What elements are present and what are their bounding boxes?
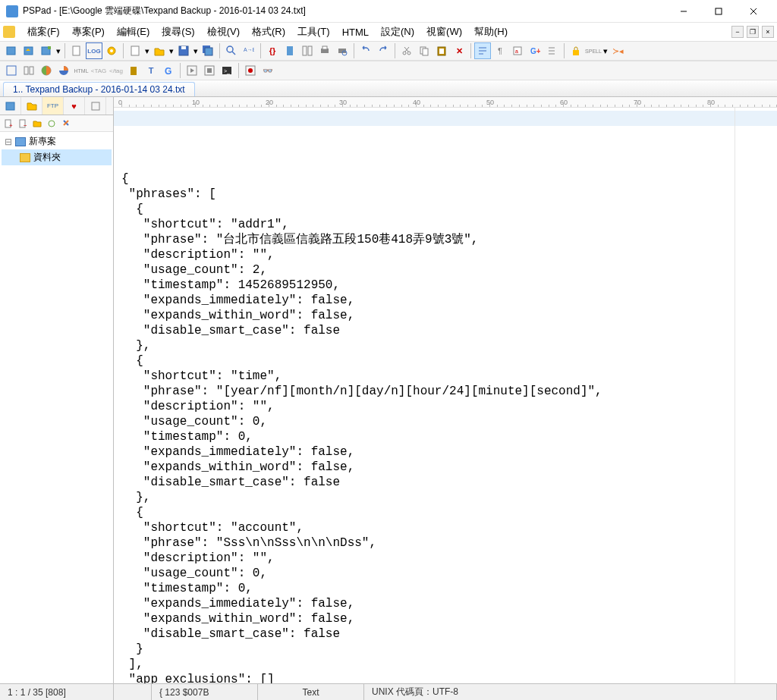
menu-project[interactable]: 專案(P) <box>68 24 109 40</box>
terminal-icon[interactable]: >_ <box>219 62 235 79</box>
paste-icon[interactable] <box>433 42 450 59</box>
record-icon[interactable] <box>242 62 259 79</box>
play-icon[interactable] <box>184 62 200 79</box>
svg-rect-23 <box>322 46 327 49</box>
svg-rect-13 <box>181 46 186 49</box>
find-icon[interactable] <box>223 42 240 59</box>
mdi-minimize-button[interactable]: − <box>731 26 744 38</box>
google-icon[interactable]: G+ <box>527 42 543 59</box>
save-dropdown-icon[interactable]: ▾ <box>193 42 199 59</box>
clipboard-icon[interactable] <box>125 62 142 79</box>
close-button[interactable] <box>736 0 771 23</box>
google-g-icon[interactable]: G <box>160 62 177 79</box>
tree-folder-item[interactable]: 資料夾 <box>2 149 112 165</box>
spell-icon[interactable]: SPELL <box>585 42 602 59</box>
open-project-icon[interactable] <box>20 42 37 59</box>
chart-icon[interactable] <box>55 62 72 79</box>
mdi-close-button[interactable]: × <box>762 26 774 38</box>
line-numbers-icon[interactable] <box>544 42 561 59</box>
menu-format[interactable]: 格式(R) <box>247 24 290 40</box>
document-tab[interactable]: 1.. Texpand Backup - 2016-01-14 03 24.tx… <box>3 82 195 96</box>
tree-project-label: 新專案 <box>29 135 56 148</box>
sidebar-tab-new[interactable] <box>85 97 106 115</box>
new-doc-dropdown-icon[interactable]: ▾ <box>144 42 150 59</box>
copy-icon[interactable] <box>416 42 433 59</box>
split-icon[interactable] <box>299 42 316 59</box>
new-doc-icon[interactable] <box>127 42 143 59</box>
text-t-icon[interactable]: T <box>143 62 159 79</box>
log-icon[interactable]: LOG <box>86 42 102 59</box>
redo-icon[interactable] <box>375 42 392 59</box>
sidebar-tab-ftp[interactable]: FTP <box>42 97 64 115</box>
sidebar-tab-project[interactable] <box>0 97 21 115</box>
menu-view[interactable]: 檢視(V) <box>203 24 244 40</box>
wordwrap-icon[interactable] <box>474 42 491 59</box>
svg-text:G+: G+ <box>530 47 540 55</box>
open-icon[interactable] <box>151 42 168 59</box>
text-diff-icon[interactable] <box>20 62 37 79</box>
remove-file-icon[interactable]: − <box>16 117 30 130</box>
new-project-icon[interactable] <box>3 42 20 59</box>
stop-record-icon[interactable] <box>201 62 218 79</box>
delete-icon[interactable]: ✕ <box>451 42 467 59</box>
maximize-button[interactable] <box>701 0 736 23</box>
html-text-icon[interactable]: HTML <box>73 62 90 79</box>
color-picker-icon[interactable] <box>38 62 55 79</box>
menu-window[interactable]: 視窗(W) <box>422 24 467 40</box>
brackets-icon[interactable]: {} <box>264 42 281 59</box>
document-tabs: 1.. Texpand Backup - 2016-01-14 03 24.tx… <box>0 80 777 97</box>
mdi-restore-button[interactable]: ❐ <box>747 26 759 38</box>
menu-html[interactable]: HTML <box>338 25 373 39</box>
pilcrow-icon[interactable]: ¶ <box>492 42 508 59</box>
fish-icon[interactable]: ≻◂ <box>609 42 626 59</box>
print-icon[interactable] <box>316 42 333 59</box>
svg-text:a: a <box>515 49 518 54</box>
doc-icon <box>3 26 15 38</box>
status-char: { 123 $007B <box>152 684 258 700</box>
cut-icon[interactable] <box>398 42 415 59</box>
svg-point-10 <box>110 49 113 52</box>
new-file-icon[interactable] <box>68 42 85 59</box>
bookmark-icon[interactable] <box>282 42 298 59</box>
tree-project-root[interactable]: ⊟ 新專案 <box>2 133 112 149</box>
sidebar-tab-favorites[interactable]: ♥ <box>64 97 85 115</box>
svg-rect-21 <box>308 46 312 55</box>
replace-icon[interactable]: A→B <box>241 42 257 59</box>
tool-settings-icon[interactable] <box>59 117 73 130</box>
sidebar-tab-folder[interactable] <box>21 97 42 115</box>
save-project-icon[interactable] <box>38 42 55 59</box>
add-file-icon[interactable]: + <box>2 117 15 130</box>
code-content: { "phrases": [ { "shortcut": "addr1", "p… <box>121 171 769 683</box>
spell-dropdown-icon[interactable]: ▾ <box>602 42 609 59</box>
svg-line-17 <box>232 52 235 55</box>
menu-file[interactable]: 檔案(F) <box>23 24 64 40</box>
code-editor[interactable]: { "phrases": [ { "shortcut": "addr1", "p… <box>114 108 777 683</box>
menu-search[interactable]: 搜尋(S) <box>157 24 199 40</box>
project-icon <box>15 137 26 146</box>
lock-icon[interactable] <box>568 42 584 59</box>
save-icon[interactable] <box>175 42 192 59</box>
project-tree[interactable]: ⊟ 新專案 資料夾 <box>0 132 113 683</box>
add-folder-icon[interactable] <box>30 117 44 130</box>
project-dropdown-icon[interactable]: ▾ <box>55 42 61 59</box>
sync-icon[interactable] <box>45 117 58 130</box>
glasses-icon[interactable]: 👓 <box>260 62 276 79</box>
tag-close-icon[interactable]: </tag <box>108 62 124 79</box>
ruler: 01020304050607080 <box>114 97 777 108</box>
syntax-icon[interactable]: a <box>509 42 526 59</box>
open-dropdown-icon[interactable]: ▾ <box>168 42 175 59</box>
undo-icon[interactable] <box>357 42 374 59</box>
menu-tools[interactable]: 工具(T) <box>293 24 335 40</box>
svg-rect-8 <box>73 46 80 55</box>
menu-help[interactable]: 幫助(H) <box>470 24 512 40</box>
svg-rect-58 <box>92 102 99 110</box>
menu-edit[interactable]: 編輯(E) <box>112 24 154 40</box>
print-preview-icon[interactable] <box>334 42 351 59</box>
save-all-icon[interactable] <box>200 42 216 59</box>
menu-settings[interactable]: 設定(N) <box>376 24 419 40</box>
hex-icon[interactable] <box>3 62 20 79</box>
minimize-button[interactable] <box>666 0 701 23</box>
status-mode: Text <box>258 684 364 700</box>
tag-open-icon[interactable]: <TAG <box>90 62 107 79</box>
settings-icon[interactable] <box>103 42 120 59</box>
